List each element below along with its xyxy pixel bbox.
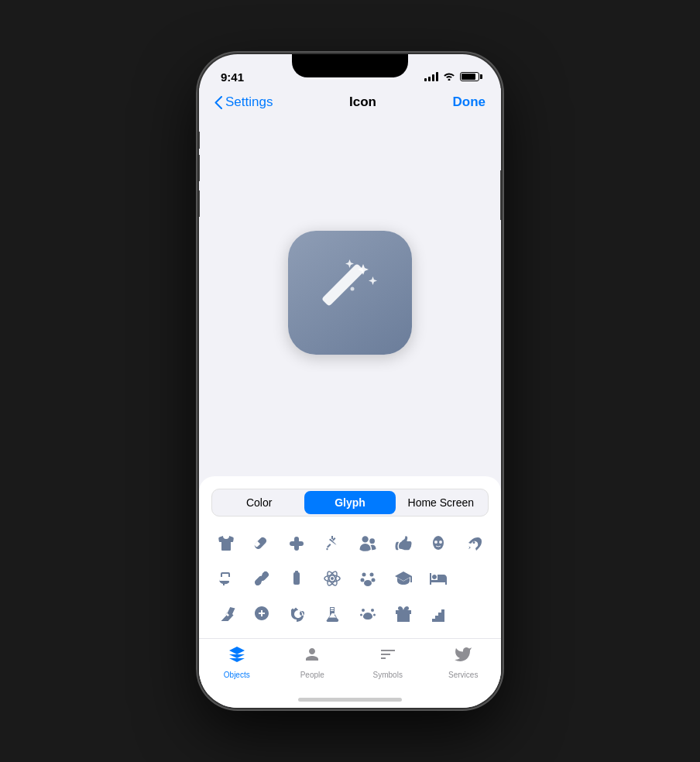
svg-point-5 bbox=[433, 536, 444, 550]
svg-point-17 bbox=[371, 578, 375, 582]
grid-icon-flask[interactable] bbox=[317, 599, 347, 629]
tab-services-label: Services bbox=[448, 671, 478, 679]
grid-icon-rocket[interactable] bbox=[459, 529, 489, 558]
svg-rect-8 bbox=[293, 572, 300, 585]
grid-icon-bed[interactable] bbox=[424, 565, 454, 594]
home-indicator bbox=[298, 698, 402, 702]
grid-icon-atom[interactable] bbox=[317, 565, 347, 594]
tab-bar: Objects People Symbols bbox=[199, 638, 501, 695]
navigation-bar: Settings Icon Done bbox=[199, 88, 501, 118]
svg-point-19 bbox=[362, 609, 365, 612]
grid-icon-bathtub[interactable] bbox=[211, 565, 241, 594]
svg-point-4 bbox=[295, 542, 298, 545]
back-button[interactable]: Settings bbox=[214, 94, 273, 110]
segment-glyph[interactable]: Glyph bbox=[304, 491, 395, 514]
grid-icon-gift[interactable] bbox=[389, 599, 418, 629]
symbols-tab-icon bbox=[379, 645, 397, 668]
services-tab-icon bbox=[454, 645, 472, 668]
grid-icon-medplus[interactable] bbox=[247, 599, 276, 629]
tab-objects[interactable]: Objects bbox=[199, 645, 275, 679]
tab-symbols[interactable]: Symbols bbox=[350, 645, 426, 679]
done-button[interactable]: Done bbox=[452, 94, 486, 110]
grid-icon-inhaler[interactable] bbox=[283, 565, 312, 594]
tab-symbols-label: Symbols bbox=[373, 671, 403, 679]
grid-icon-stethoscope[interactable] bbox=[283, 599, 312, 629]
tab-people[interactable]: People bbox=[275, 645, 351, 679]
grid-icon-empty2 bbox=[459, 599, 489, 629]
grid-icon-paw[interactable] bbox=[353, 599, 383, 629]
grid-icon-alien[interactable] bbox=[424, 529, 454, 558]
grid-icon-thumbsup[interactable] bbox=[389, 529, 418, 558]
svg-point-6 bbox=[434, 541, 438, 544]
page-title: Icon bbox=[349, 94, 376, 110]
tab-objects-label: Objects bbox=[224, 671, 250, 679]
grid-icon-empty1 bbox=[459, 565, 489, 594]
segment-color[interactable]: Color bbox=[214, 491, 304, 514]
grid-icon-bandage[interactable] bbox=[283, 529, 312, 558]
grid-icon-graduation[interactable] bbox=[389, 565, 418, 594]
icon-grid bbox=[199, 526, 501, 638]
signal-bars-icon bbox=[424, 72, 438, 81]
svg-point-20 bbox=[371, 609, 374, 612]
people-tab-icon bbox=[303, 645, 321, 668]
svg-point-16 bbox=[360, 578, 364, 582]
icon-preview-area bbox=[199, 118, 501, 476]
svg-point-14 bbox=[362, 573, 365, 577]
back-label: Settings bbox=[225, 94, 273, 110]
svg-rect-0 bbox=[321, 263, 365, 307]
status-time: 9:41 bbox=[221, 70, 244, 84]
svg-point-10 bbox=[331, 577, 334, 580]
svg-point-18 bbox=[364, 580, 372, 586]
grid-icon-link[interactable] bbox=[247, 565, 276, 594]
app-icon-preview bbox=[288, 231, 412, 355]
segment-homescreen[interactable]: Home Screen bbox=[396, 491, 486, 514]
grid-icon-broom[interactable] bbox=[211, 599, 241, 629]
bottom-picker: Color Glyph Home Screen bbox=[199, 476, 501, 708]
tab-services[interactable]: Services bbox=[426, 645, 502, 679]
notch bbox=[292, 54, 408, 77]
magic-wand-icon bbox=[314, 256, 387, 330]
wifi-icon bbox=[443, 71, 455, 83]
tab-people-label: People bbox=[300, 671, 324, 679]
grid-icon-dog[interactable] bbox=[353, 529, 383, 558]
status-icons bbox=[424, 71, 479, 83]
grid-icon-pet[interactable] bbox=[353, 565, 383, 594]
svg-point-15 bbox=[369, 573, 373, 577]
svg-rect-9 bbox=[295, 571, 298, 574]
svg-point-1 bbox=[350, 287, 354, 290]
grid-icon-syringe[interactable] bbox=[317, 529, 347, 558]
svg-point-22 bbox=[373, 614, 376, 616]
grid-icon-pill[interactable] bbox=[247, 529, 276, 558]
grid-icon-shirt[interactable] bbox=[211, 529, 241, 558]
app-icon-container bbox=[199, 118, 501, 476]
objects-tab-icon bbox=[228, 645, 246, 668]
grid-icon-stairs[interactable] bbox=[424, 599, 454, 629]
segmented-control: Color Glyph Home Screen bbox=[211, 489, 489, 517]
svg-point-7 bbox=[439, 541, 442, 544]
battery-icon bbox=[460, 72, 479, 81]
svg-point-21 bbox=[360, 614, 362, 616]
